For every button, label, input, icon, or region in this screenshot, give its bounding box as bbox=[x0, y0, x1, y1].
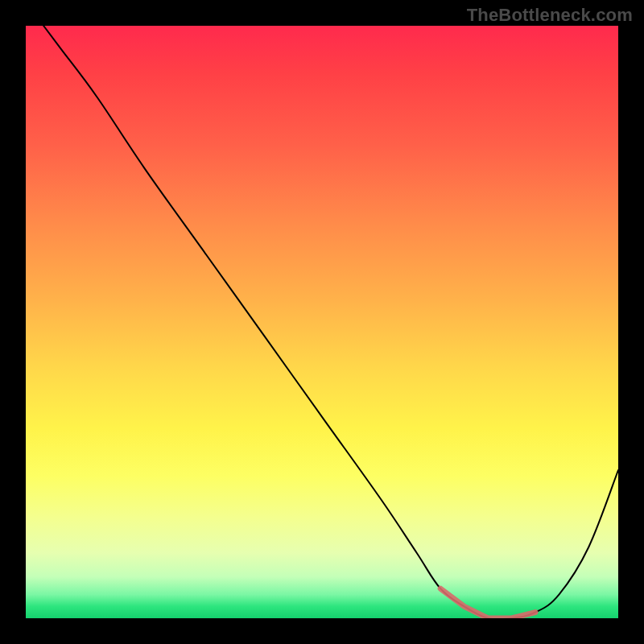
watermark-text: TheBottleneck.com bbox=[467, 5, 633, 26]
curve-highlight bbox=[440, 588, 535, 618]
chart-container: TheBottleneck.com bbox=[0, 0, 644, 644]
bottleneck-curve bbox=[43, 26, 618, 618]
plot-area bbox=[26, 26, 618, 618]
chart-svg bbox=[26, 26, 618, 618]
